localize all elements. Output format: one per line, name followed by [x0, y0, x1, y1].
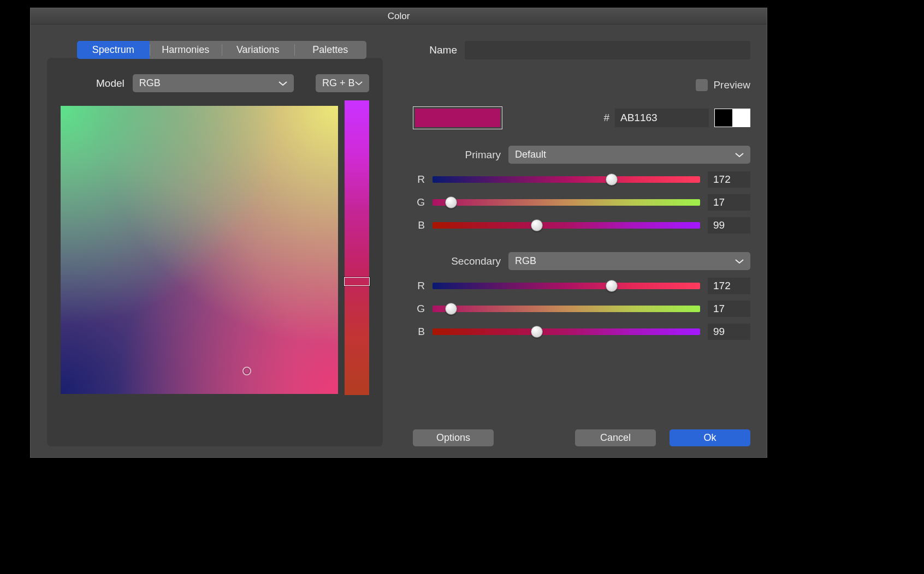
tab-bar: Spectrum Harmonies Variations Palettes: [77, 41, 366, 59]
ok-button[interactable]: Ok: [670, 429, 750, 446]
model-label: Model: [96, 77, 125, 89]
primary-r-label: R: [413, 174, 425, 186]
primary-r-slider[interactable]: [433, 176, 700, 183]
hue-marker[interactable]: [344, 277, 370, 286]
primary-g-slider[interactable]: [433, 199, 700, 206]
model-select-value: RGB: [139, 77, 161, 89]
hex-input[interactable]: [615, 109, 709, 127]
secondary-r-label: R: [413, 280, 425, 292]
spectrum-mode-select[interactable]: RG + B: [316, 74, 369, 92]
secondary-select[interactable]: RGB: [508, 252, 750, 270]
secondary-g-label: G: [413, 303, 425, 315]
black-white-swatches: [714, 109, 750, 127]
secondary-b-label: B: [413, 326, 425, 338]
primary-r-thumb[interactable]: [606, 174, 618, 186]
secondary-g-slider[interactable]: [433, 306, 700, 312]
color-dialog: Color Spectrum Harmonies Variations Pale…: [30, 8, 767, 458]
name-input[interactable]: [465, 41, 750, 59]
secondary-r-slider[interactable]: [433, 283, 700, 289]
secondary-label: Secondary: [413, 255, 508, 267]
secondary-b-thumb[interactable]: [531, 326, 543, 338]
primary-r-value[interactable]: [708, 171, 750, 188]
options-button[interactable]: Options: [413, 429, 494, 446]
white-swatch[interactable]: [732, 109, 750, 127]
cancel-button[interactable]: Cancel: [575, 429, 656, 446]
black-swatch[interactable]: [715, 109, 732, 127]
secondary-b-slider[interactable]: [433, 328, 700, 335]
window-title: Color: [31, 8, 767, 25]
tab-palettes[interactable]: Palettes: [294, 41, 367, 59]
hex-label: #: [603, 112, 609, 124]
spectrum-mode-value: RG + B: [322, 77, 355, 89]
previous-color-swatch[interactable]: [458, 109, 500, 127]
primary-g-value[interactable]: [708, 194, 750, 211]
name-label: Name: [413, 44, 465, 56]
tab-variations[interactable]: Variations: [222, 41, 294, 59]
secondary-g-thumb[interactable]: [445, 303, 457, 315]
tab-spectrum[interactable]: Spectrum: [77, 41, 150, 59]
primary-b-thumb[interactable]: [531, 219, 543, 231]
secondary-r-thumb[interactable]: [606, 280, 618, 292]
chevron-down-icon: [735, 152, 744, 158]
primary-label: Primary: [413, 149, 508, 161]
primary-b-slider[interactable]: [433, 222, 700, 229]
dialog-content: Spectrum Harmonies Variations Palettes M…: [31, 25, 767, 457]
primary-g-label: G: [413, 196, 425, 208]
primary-b-label: B: [413, 219, 425, 231]
right-panel: Name Preview #: [413, 41, 750, 446]
primary-b-value[interactable]: [708, 217, 750, 234]
tab-harmonies[interactable]: Harmonies: [150, 41, 222, 59]
preview-checkbox[interactable]: [696, 79, 708, 91]
secondary-select-value: RGB: [515, 255, 536, 267]
current-color-swatch[interactable]: [415, 109, 458, 127]
preview-label: Preview: [713, 79, 750, 91]
secondary-b-value[interactable]: [708, 324, 750, 340]
spectrum-square[interactable]: [61, 106, 338, 394]
spectrum-area: [61, 106, 369, 395]
hue-strip[interactable]: [345, 100, 369, 395]
left-panel: Spectrum Harmonies Variations Palettes M…: [47, 41, 383, 446]
primary-select[interactable]: Default: [508, 146, 750, 164]
color-swatch-pair: [413, 106, 502, 129]
secondary-g-value[interactable]: [708, 301, 750, 317]
chevron-down-icon: [279, 81, 287, 86]
spectrum-panel: Model RGB RG + B: [47, 58, 383, 446]
secondary-r-value[interactable]: [708, 278, 750, 294]
chevron-down-icon: [355, 81, 363, 86]
primary-g-thumb[interactable]: [445, 196, 457, 208]
spectrum-cursor[interactable]: [242, 367, 251, 375]
chevron-down-icon: [735, 259, 744, 264]
model-select[interactable]: RGB: [133, 74, 294, 92]
primary-select-value: Default: [515, 149, 546, 160]
